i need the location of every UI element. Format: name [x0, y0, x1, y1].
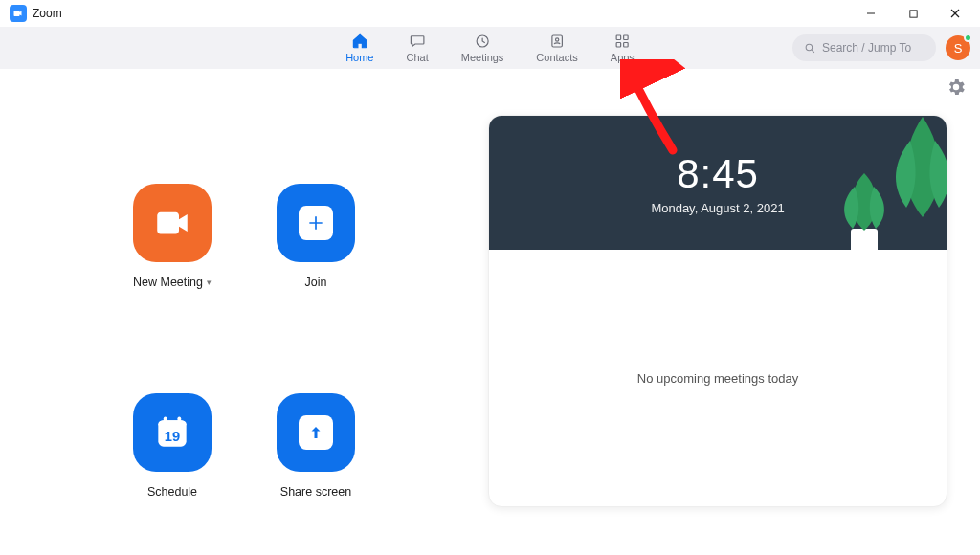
search-placeholder: Search / Jump To: [822, 41, 911, 55]
plant-decoration: [889, 116, 947, 217]
apps-icon: [613, 33, 631, 50]
title-bar: Zoom: [0, 0, 980, 27]
share-screen-label: Share screen: [280, 485, 351, 499]
svg-rect-18: [851, 229, 878, 250]
tab-meetings-label: Meetings: [461, 52, 504, 63]
contacts-icon: [548, 33, 566, 50]
svg-rect-7: [616, 35, 621, 40]
clock-date: Monday, August 2, 2021: [651, 201, 784, 215]
schedule-button[interactable]: 19 Schedule: [100, 393, 244, 555]
arrow-up-icon: [299, 415, 333, 450]
share-tile: [277, 393, 355, 472]
join-label: Join: [305, 276, 327, 289]
toolbar-right: Search / Jump To S: [792, 34, 980, 61]
join-button[interactable]: Join: [244, 184, 388, 345]
nav-tabs: Home Chat Meetings Contacts Apps: [345, 27, 635, 69]
presence-indicator: [964, 33, 972, 42]
svg-text:19: 19: [165, 429, 180, 444]
meetings-body: No upcoming meetings today: [489, 250, 947, 506]
svg-rect-15: [164, 417, 167, 424]
today-card: 8:45 Monday, August 2, 2021 No upcoming …: [488, 115, 947, 507]
search-input[interactable]: Search / Jump To: [792, 34, 936, 61]
clock-time: 8:45: [677, 151, 759, 197]
profile-avatar[interactable]: S: [946, 35, 970, 60]
new-meeting-label: New Meeting: [133, 276, 203, 289]
tab-meetings[interactable]: Meetings: [461, 33, 504, 63]
svg-rect-16: [178, 417, 182, 424]
main-toolbar: Home Chat Meetings Contacts Apps Search …: [0, 27, 980, 69]
calendar-icon: 19: [133, 393, 212, 472]
clock-hero: 8:45 Monday, August 2, 2021: [489, 116, 947, 250]
svg-rect-10: [624, 43, 629, 48]
tab-chat-label: Chat: [406, 52, 428, 63]
svg-point-11: [806, 44, 813, 51]
new-meeting-button[interactable]: New Meeting ▾: [100, 184, 244, 345]
tab-contacts[interactable]: Contacts: [536, 33, 577, 63]
schedule-label: Schedule: [147, 485, 197, 499]
clock-icon: [474, 33, 491, 50]
plant-decoration: [835, 171, 893, 250]
no-meetings-text: No upcoming meetings today: [637, 371, 798, 386]
main-content: New Meeting ▾ Join: [0, 69, 980, 555]
action-grid: New Meeting ▾ Join: [100, 184, 388, 555]
svg-point-6: [555, 38, 558, 41]
tab-home[interactable]: Home: [345, 33, 373, 63]
actions-area: New Meeting ▾ Join: [0, 69, 488, 555]
chevron-down-icon[interactable]: ▾: [207, 278, 212, 287]
search-icon: [804, 42, 816, 55]
zoom-app-icon: [10, 5, 27, 22]
tab-chat[interactable]: Chat: [406, 33, 428, 63]
maximize-button[interactable]: [892, 0, 934, 27]
minimize-button[interactable]: [850, 0, 892, 27]
svg-rect-8: [624, 35, 629, 40]
chat-icon: [409, 33, 426, 50]
window-title: Zoom: [33, 7, 62, 20]
tab-home-label: Home: [345, 52, 373, 63]
tab-apps-label: Apps: [611, 52, 635, 63]
share-screen-button[interactable]: Share screen: [244, 393, 388, 555]
home-icon: [351, 33, 368, 50]
svg-rect-14: [158, 420, 186, 428]
avatar-initial: S: [954, 41, 963, 56]
tab-apps[interactable]: Apps: [611, 33, 635, 63]
right-panel: 8:45 Monday, August 2, 2021 No upcoming …: [488, 69, 980, 555]
tab-contacts-label: Contacts: [536, 52, 577, 63]
svg-rect-9: [616, 43, 621, 48]
plus-icon: [299, 206, 333, 240]
close-button[interactable]: [934, 0, 976, 27]
svg-line-12: [812, 50, 814, 53]
video-icon: [133, 184, 212, 262]
window-controls: [850, 0, 976, 27]
plus-tile: [277, 184, 355, 262]
svg-rect-1: [909, 10, 916, 16]
